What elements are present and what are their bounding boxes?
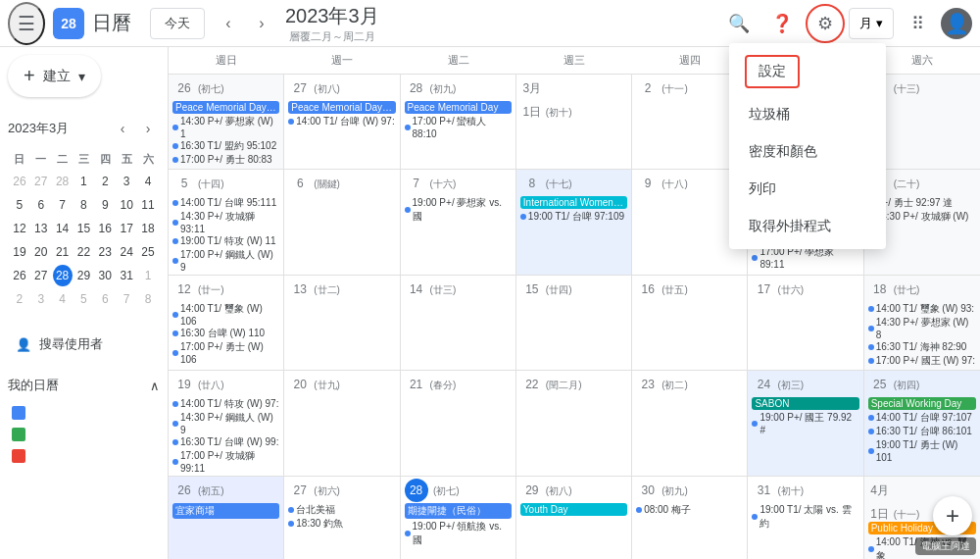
mini-day[interactable]: 2 bbox=[10, 288, 29, 310]
help-button[interactable]: ❓ bbox=[762, 4, 802, 43]
mini-day[interactable]: 20 bbox=[31, 241, 51, 263]
event-item[interactable]: 14:00 T1/ 璽象 (W) 106 bbox=[172, 302, 279, 327]
event-item[interactable]: 16:30 T1/ 海神 82:90 bbox=[868, 340, 976, 354]
hamburger-menu[interactable]: ☰ bbox=[8, 2, 45, 45]
cal-day[interactable]: 18(廿七) 14:00 T1/ 璽象 (W) 93: 14:30 P+/ 夢想… bbox=[864, 276, 980, 370]
mini-day[interactable]: 28 bbox=[53, 265, 73, 286]
cal-day[interactable]: 28(初九) Peace Memorial Day 17:00 P+/ 蠻積人 … bbox=[401, 75, 516, 169]
mini-day[interactable]: 12 bbox=[10, 218, 29, 239]
mini-day[interactable]: 11 bbox=[138, 194, 158, 216]
cal-day[interactable]: 3月1日(初十) bbox=[516, 75, 632, 169]
mini-day[interactable]: 24 bbox=[117, 241, 136, 263]
event-item[interactable]: 19:00 T1/ 勇士 (W) 101 bbox=[868, 438, 976, 463]
mini-day[interactable]: 1 bbox=[138, 265, 158, 286]
mini-day[interactable]: 30 bbox=[95, 265, 115, 286]
event-item[interactable]: Peace Memorial Day Hol bbox=[172, 101, 279, 114]
mini-day[interactable]: 14 bbox=[53, 218, 73, 239]
cal-day[interactable]: 8(十七) International Women's D 19:00 T1/ … bbox=[516, 170, 632, 275]
event-item[interactable]: 19:00 T1/ 台啤 97:109 bbox=[520, 210, 627, 224]
mini-day[interactable]: 29 bbox=[74, 265, 94, 286]
cal-day[interactable]: 16(廿五) bbox=[632, 276, 748, 370]
cal-day[interactable]: 31(初十) 19:00 T1/ 太陽 vs. 雲約 bbox=[748, 477, 863, 559]
event-item[interactable]: Peace Memorial Day Hol bbox=[288, 101, 395, 114]
mini-day[interactable]: 17 bbox=[117, 218, 136, 239]
mini-day[interactable]: 19 bbox=[10, 241, 29, 263]
mini-day[interactable]: 16 bbox=[95, 218, 115, 239]
create-button[interactable]: + 建立 ▾ bbox=[8, 55, 101, 97]
cal-day[interactable]: 13(廿二) bbox=[284, 276, 400, 370]
my-calendars-header[interactable]: 我的日曆 ∧ bbox=[0, 369, 168, 402]
mini-day[interactable]: 22 bbox=[74, 241, 94, 263]
mini-day[interactable]: 18 bbox=[138, 218, 158, 239]
event-item[interactable]: 14:00 T1/ 台啤 95:111 bbox=[172, 196, 279, 210]
event-item[interactable]: 16:30 T1/ 台啤 86:101 bbox=[868, 425, 976, 438]
event-item[interactable]: 17:00 P+/ 蠻積人 88:10 bbox=[405, 115, 512, 139]
mini-day[interactable]: 4 bbox=[53, 288, 73, 310]
cal-day[interactable]: 6(關鍵) bbox=[284, 170, 400, 275]
mini-day[interactable]: 27 bbox=[31, 171, 51, 192]
cal-day[interactable]: 19(廿八) 14:00 T1/ 特攻 (W) 97: 14:30 P+/ 鋼鐵… bbox=[169, 371, 284, 476]
cal-day[interactable]: 27(初六) 台北美福 18:30 釣魚 bbox=[284, 477, 400, 559]
mini-day[interactable]: 6 bbox=[95, 288, 115, 310]
mini-day[interactable]: 3 bbox=[117, 171, 136, 192]
event-item[interactable]: 19:00 P+/ 領航換 vs. 國 bbox=[405, 520, 512, 547]
cal-day[interactable]: 26(初五) 宜家商場 bbox=[169, 477, 284, 559]
view-select[interactable]: 月 ▾ bbox=[849, 8, 894, 39]
event-item[interactable]: International Women's D bbox=[520, 196, 627, 209]
mini-day[interactable]: 7 bbox=[117, 288, 136, 310]
cal-day[interactable]: 27(初八) Peace Memorial Day Hol 14:00 T1/ … bbox=[284, 75, 400, 169]
event-item[interactable]: 14:00 T1/ 台啤 (W) 97: bbox=[288, 115, 395, 128]
mini-day[interactable]: 5 bbox=[10, 194, 29, 216]
print-menu-item[interactable]: 列印 bbox=[729, 171, 886, 208]
mini-day[interactable]: 23 bbox=[95, 241, 115, 263]
cal-day[interactable]: 26(初七) Peace Memorial Day Hol 14:30 P+/ … bbox=[169, 75, 284, 169]
event-item[interactable]: 14:00 T1/ 璽象 (W) 93: bbox=[868, 302, 976, 316]
event-item[interactable]: 14:30 P+/ 夢想家 (W) 8 bbox=[868, 316, 976, 340]
mini-day[interactable]: 2 bbox=[95, 171, 115, 192]
mini-day[interactable]: 28 bbox=[53, 171, 73, 192]
event-item[interactable]: 08:00 梅子 bbox=[636, 503, 743, 517]
event-item[interactable]: 17:00 P+/ 鋼鐵人 (W) 9 bbox=[172, 248, 279, 273]
cal-day[interactable]: 22(閏二月) bbox=[516, 371, 632, 476]
cal-day[interactable]: 28 (初七) 期捷閘捷（民俗） 19:00 P+/ 領航換 vs. 國 bbox=[401, 477, 516, 559]
cal-day[interactable]: 5(十四) 14:00 T1/ 台啤 95:111 14:30 P+/ 攻城獅 … bbox=[169, 170, 284, 275]
mini-day[interactable]: 3 bbox=[31, 288, 51, 310]
mini-day[interactable]: 10 bbox=[117, 194, 136, 216]
user-avatar[interactable]: 👤 bbox=[941, 8, 972, 39]
mini-prev-button[interactable]: ‹ bbox=[111, 117, 134, 140]
cal-day[interactable]: 14(廿三) bbox=[401, 276, 516, 370]
cal-day[interactable]: 21(春分) bbox=[401, 371, 516, 476]
event-item[interactable]: 期捷閘捷（民俗） bbox=[405, 503, 512, 519]
density-color-menu-item[interactable]: 密度和顏色 bbox=[729, 133, 886, 171]
mini-day[interactable]: 5 bbox=[74, 288, 94, 310]
event-item[interactable]: 17:00 P+/ 勇士 (W) 106 bbox=[172, 340, 279, 365]
prev-month-button[interactable]: ‹ bbox=[213, 8, 244, 39]
search-users-button[interactable]: 👤 搜尋使用者 bbox=[8, 328, 160, 361]
cal-day[interactable]: 15(廿四) bbox=[516, 276, 632, 370]
cal-day[interactable]: 12(廿一) 14:00 T1/ 璽象 (W) 106 16:30 台啤 (W)… bbox=[169, 276, 284, 370]
get-addons-menu-item[interactable]: 取得外掛程式 bbox=[729, 208, 886, 245]
event-item[interactable]: 17:00 P+/ 勇士 80:83 bbox=[172, 153, 279, 167]
event-item[interactable]: Youth Day bbox=[520, 503, 627, 516]
add-button[interactable]: + bbox=[933, 496, 972, 535]
mini-day[interactable]: 4 bbox=[138, 171, 158, 192]
cal-day[interactable]: 25(初四) Special Working Day 14:00 T1/ 台啤 … bbox=[864, 371, 980, 476]
event-item[interactable]: 19:00 P+/ 國王 79.92 # bbox=[752, 411, 858, 435]
today-button[interactable]: 今天 bbox=[150, 8, 205, 39]
event-item[interactable]: Special Working Day bbox=[868, 397, 976, 410]
event-item[interactable]: 17:00 P+/ 國王 (W) 97: bbox=[868, 354, 976, 368]
mini-day[interactable]: 21 bbox=[53, 241, 73, 263]
mini-day[interactable]: 6 bbox=[31, 194, 51, 216]
cal-day[interactable]: 17(廿六) bbox=[748, 276, 863, 370]
cal-day[interactable]: 23(初二) bbox=[632, 371, 748, 476]
mini-day[interactable]: 26 bbox=[10, 265, 29, 286]
event-item[interactable]: 17:00 P+/ 攻城獅 99:11 bbox=[172, 449, 279, 474]
mini-day[interactable]: 7 bbox=[53, 194, 73, 216]
apps-button[interactable]: ⠿ bbox=[898, 4, 937, 43]
event-item[interactable]: SABON bbox=[752, 397, 858, 410]
cal-day[interactable]: 20(廿九) bbox=[284, 371, 400, 476]
event-item[interactable]: 18:30 釣魚 bbox=[288, 517, 395, 531]
mini-day[interactable]: 15 bbox=[74, 218, 94, 239]
mini-day[interactable]: 8 bbox=[138, 288, 158, 310]
settings-button[interactable]: ⚙ bbox=[806, 4, 845, 43]
